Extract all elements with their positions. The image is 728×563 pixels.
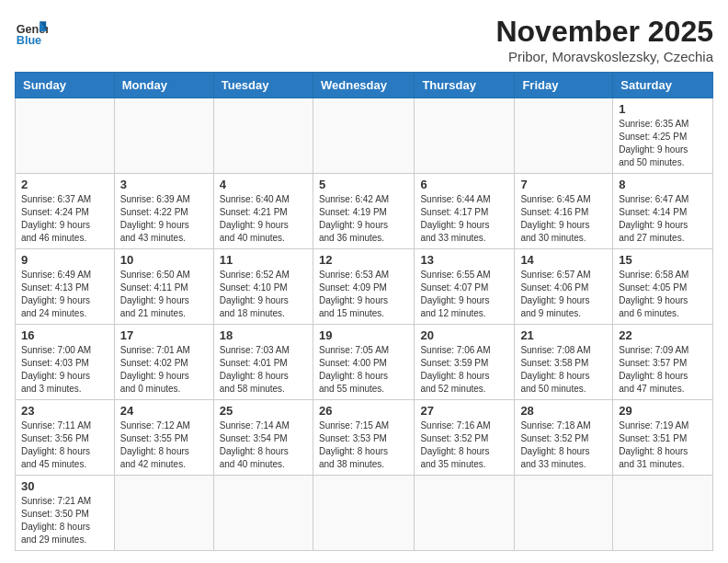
title-section: November 2025 Pribor, Moravskoslezsky, C… [495, 15, 713, 64]
day-number: 9 [21, 253, 108, 267]
calendar-cell: 17Sunrise: 7:01 AM Sunset: 4:02 PM Dayli… [114, 325, 213, 400]
calendar-cell: 7Sunrise: 6:45 AM Sunset: 4:16 PM Daylig… [515, 174, 613, 249]
cell-info: Sunrise: 7:16 AM Sunset: 3:52 PM Dayligh… [420, 419, 508, 471]
day-number: 28 [520, 404, 607, 418]
cell-info: Sunrise: 7:03 AM Sunset: 4:01 PM Dayligh… [220, 344, 307, 396]
day-number: 4 [220, 178, 307, 191]
day-number: 16 [21, 328, 108, 342]
calendar-cell [114, 98, 213, 174]
cell-info: Sunrise: 7:18 AM Sunset: 3:52 PM Dayligh… [520, 419, 607, 471]
calendar-cell: 24Sunrise: 7:12 AM Sunset: 3:55 PM Dayli… [114, 400, 213, 476]
cell-info: Sunrise: 6:53 AM Sunset: 4:09 PM Dayligh… [319, 269, 408, 320]
calendar-cell [313, 476, 414, 551]
calendar-cell [213, 98, 313, 174]
cell-info: Sunrise: 7:09 AM Sunset: 3:57 PM Dayligh… [619, 344, 707, 396]
cell-info: Sunrise: 7:14 AM Sunset: 3:54 PM Dayligh… [220, 419, 307, 471]
calendar-cell [114, 476, 213, 551]
calendar-cell: 5Sunrise: 6:42 AM Sunset: 4:19 PM Daylig… [313, 174, 414, 249]
day-number: 6 [420, 178, 508, 191]
calendar-header-row: SundayMondayTuesdayWednesdayThursdayFrid… [16, 73, 713, 98]
day-number: 5 [319, 178, 408, 191]
calendar-cell: 18Sunrise: 7:03 AM Sunset: 4:01 PM Dayli… [213, 325, 313, 400]
calendar-week-row: 1Sunrise: 6:35 AM Sunset: 4:25 PM Daylig… [16, 98, 713, 174]
calendar-week-row: 2Sunrise: 6:37 AM Sunset: 4:24 PM Daylig… [16, 174, 713, 249]
calendar-cell [213, 476, 313, 551]
logo: General Blue [15, 15, 48, 48]
column-header-tuesday: Tuesday [213, 73, 313, 98]
calendar-cell: 12Sunrise: 6:53 AM Sunset: 4:09 PM Dayli… [313, 249, 414, 325]
cell-info: Sunrise: 7:08 AM Sunset: 3:58 PM Dayligh… [520, 344, 607, 396]
calendar-cell: 21Sunrise: 7:08 AM Sunset: 3:58 PM Dayli… [515, 325, 613, 400]
calendar-cell: 30Sunrise: 7:21 AM Sunset: 3:50 PM Dayli… [16, 476, 115, 551]
cell-info: Sunrise: 7:21 AM Sunset: 3:50 PM Dayligh… [21, 495, 108, 546]
cell-info: Sunrise: 6:45 AM Sunset: 4:16 PM Dayligh… [520, 193, 607, 245]
day-number: 26 [319, 404, 408, 418]
column-header-friday: Friday [515, 73, 613, 98]
calendar-cell: 26Sunrise: 7:15 AM Sunset: 3:53 PM Dayli… [313, 400, 414, 476]
day-number: 3 [120, 178, 208, 191]
column-header-sunday: Sunday [16, 73, 115, 98]
cell-info: Sunrise: 6:37 AM Sunset: 4:24 PM Dayligh… [21, 193, 108, 245]
day-number: 24 [120, 404, 208, 418]
cell-info: Sunrise: 6:35 AM Sunset: 4:25 PM Dayligh… [619, 118, 707, 169]
month-title: November 2025 [495, 15, 713, 49]
day-number: 29 [619, 404, 707, 418]
calendar-cell: 13Sunrise: 6:55 AM Sunset: 4:07 PM Dayli… [415, 249, 515, 325]
cell-info: Sunrise: 7:15 AM Sunset: 3:53 PM Dayligh… [319, 419, 408, 471]
day-number: 25 [220, 404, 307, 418]
day-number: 30 [21, 479, 108, 493]
calendar-cell: 3Sunrise: 6:39 AM Sunset: 4:22 PM Daylig… [114, 174, 213, 249]
cell-info: Sunrise: 7:06 AM Sunset: 3:59 PM Dayligh… [420, 344, 508, 396]
cell-info: Sunrise: 7:12 AM Sunset: 3:55 PM Dayligh… [120, 419, 208, 471]
calendar-cell: 11Sunrise: 6:52 AM Sunset: 4:10 PM Dayli… [213, 249, 313, 325]
calendar-cell: 28Sunrise: 7:18 AM Sunset: 3:52 PM Dayli… [515, 400, 613, 476]
day-number: 1 [619, 102, 707, 116]
calendar-cell: 1Sunrise: 6:35 AM Sunset: 4:25 PM Daylig… [613, 98, 713, 174]
column-header-saturday: Saturday [613, 73, 713, 98]
column-header-monday: Monday [114, 73, 213, 98]
calendar-cell: 14Sunrise: 6:57 AM Sunset: 4:06 PM Dayli… [515, 249, 613, 325]
day-number: 8 [619, 178, 707, 191]
calendar-cell: 6Sunrise: 6:44 AM Sunset: 4:17 PM Daylig… [415, 174, 515, 249]
day-number: 12 [319, 253, 408, 267]
cell-info: Sunrise: 6:40 AM Sunset: 4:21 PM Dayligh… [220, 193, 307, 245]
calendar-table: SundayMondayTuesdayWednesdayThursdayFrid… [15, 72, 713, 551]
cell-info: Sunrise: 7:11 AM Sunset: 3:56 PM Dayligh… [21, 419, 108, 471]
day-number: 21 [520, 328, 607, 342]
calendar-cell [415, 98, 515, 174]
calendar-cell: 25Sunrise: 7:14 AM Sunset: 3:54 PM Dayli… [213, 400, 313, 476]
calendar-cell: 9Sunrise: 6:49 AM Sunset: 4:13 PM Daylig… [16, 249, 115, 325]
calendar-cell [313, 98, 414, 174]
day-number: 17 [120, 328, 208, 342]
day-number: 18 [220, 328, 307, 342]
calendar-cell: 19Sunrise: 7:05 AM Sunset: 4:00 PM Dayli… [313, 325, 414, 400]
cell-info: Sunrise: 6:57 AM Sunset: 4:06 PM Dayligh… [520, 269, 607, 320]
page-header: General Blue November 2025 Pribor, Morav… [15, 15, 713, 64]
day-number: 13 [420, 253, 508, 267]
cell-info: Sunrise: 7:00 AM Sunset: 4:03 PM Dayligh… [21, 344, 108, 396]
cell-info: Sunrise: 7:05 AM Sunset: 4:00 PM Dayligh… [319, 344, 408, 396]
calendar-week-row: 30Sunrise: 7:21 AM Sunset: 3:50 PM Dayli… [16, 476, 713, 551]
calendar-cell: 10Sunrise: 6:50 AM Sunset: 4:11 PM Dayli… [114, 249, 213, 325]
calendar-cell: 20Sunrise: 7:06 AM Sunset: 3:59 PM Dayli… [415, 325, 515, 400]
calendar-cell [515, 476, 613, 551]
day-number: 11 [220, 253, 307, 267]
day-number: 23 [21, 404, 108, 418]
calendar-cell: 23Sunrise: 7:11 AM Sunset: 3:56 PM Dayli… [16, 400, 115, 476]
cell-info: Sunrise: 6:49 AM Sunset: 4:13 PM Dayligh… [21, 269, 108, 320]
day-number: 10 [120, 253, 208, 267]
day-number: 19 [319, 328, 408, 342]
calendar-cell: 4Sunrise: 6:40 AM Sunset: 4:21 PM Daylig… [213, 174, 313, 249]
calendar-cell [415, 476, 515, 551]
calendar-cell: 8Sunrise: 6:47 AM Sunset: 4:14 PM Daylig… [613, 174, 713, 249]
calendar-cell: 2Sunrise: 6:37 AM Sunset: 4:24 PM Daylig… [16, 174, 115, 249]
calendar-cell [613, 476, 713, 551]
day-number: 7 [520, 178, 607, 191]
calendar-week-row: 23Sunrise: 7:11 AM Sunset: 3:56 PM Dayli… [16, 400, 713, 476]
calendar-cell: 16Sunrise: 7:00 AM Sunset: 4:03 PM Dayli… [16, 325, 115, 400]
cell-info: Sunrise: 7:01 AM Sunset: 4:02 PM Dayligh… [120, 344, 208, 396]
day-number: 15 [619, 253, 707, 267]
calendar-week-row: 16Sunrise: 7:00 AM Sunset: 4:03 PM Dayli… [16, 325, 713, 400]
cell-info: Sunrise: 6:55 AM Sunset: 4:07 PM Dayligh… [420, 269, 508, 320]
cell-info: Sunrise: 6:47 AM Sunset: 4:14 PM Dayligh… [619, 193, 707, 245]
